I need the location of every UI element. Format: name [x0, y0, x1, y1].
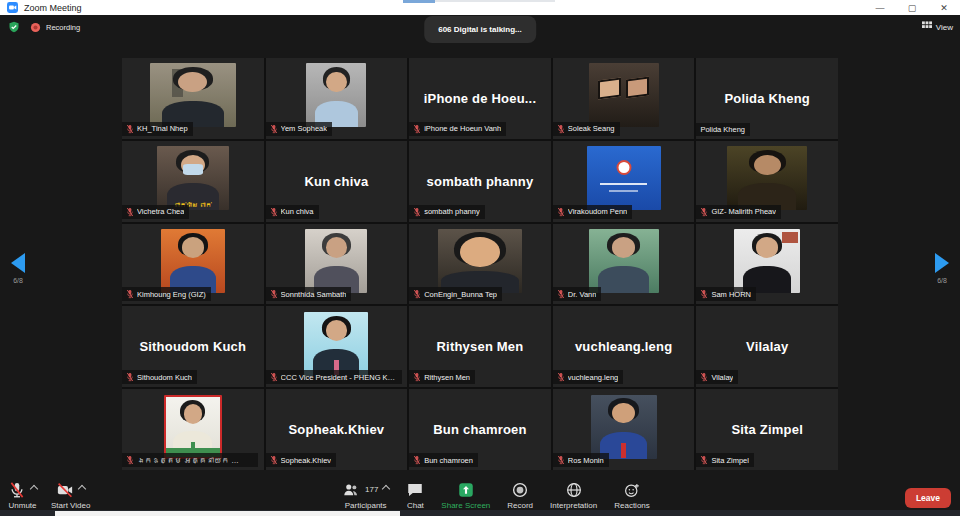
- participant-tile[interactable]: vuchleang.lengvuchleang.leng: [553, 306, 695, 387]
- participant-tile[interactable]: Sopheak.KhievSopheak.Khiev: [266, 389, 408, 470]
- chevron-up-icon[interactable]: [78, 485, 86, 493]
- participant-name-label: Vilalay: [696, 370, 738, 384]
- participant-name-label: Virakoudom Penn: [553, 205, 632, 219]
- toolbar-button-reactions[interactable]: Reactions: [614, 481, 650, 510]
- taskbar-edge: [0, 510, 960, 516]
- participant-tile[interactable]: Rithysen MenRithysen Men: [409, 306, 551, 387]
- participant-name-text: Sonnthida Sambath: [281, 290, 347, 299]
- participant-name-text: Kimhoung Eng (GIZ): [137, 290, 206, 299]
- window-title: Zoom Meeting: [24, 3, 82, 13]
- participant-video-thumbnail: [438, 229, 522, 293]
- participant-tile[interactable]: iPhone de Hoeu...iPhone de Hoeun Vanh: [409, 58, 551, 139]
- participant-tile[interactable]: Virakoudom Penn: [553, 141, 695, 222]
- toolbar-button-main: [406, 481, 424, 499]
- minimize-button[interactable]: —: [864, 0, 896, 15]
- participant-tile[interactable]: Sonnthida Sambath: [266, 224, 408, 305]
- muted-mic-icon: [270, 372, 278, 382]
- page-indicator-right: 6/8: [937, 277, 947, 284]
- participant-name-text: iPhone de Hoeun Vanh: [424, 124, 501, 133]
- person-head-shape: [612, 237, 636, 257]
- participant-tile[interactable]: Polida KhengPolida Kheng: [696, 58, 838, 139]
- participant-name-label: Ros Monin: [553, 453, 609, 467]
- participant-tile[interactable]: ពាក់ម៉ាស ពាក់Vichetra Chea: [122, 141, 264, 222]
- toolbar-label-reactions: Reactions: [614, 501, 650, 510]
- person-body-shape: [598, 266, 648, 293]
- participant-tile[interactable]: Ros Monin: [553, 389, 695, 470]
- participant-video-thumbnail: [164, 395, 222, 459]
- participant-video-thumbnail: [305, 229, 367, 293]
- participant-tile[interactable]: Kun chivaKun chiva: [266, 141, 408, 222]
- slide-text-line: [609, 190, 639, 192]
- participant-video-thumbnail: ពាក់ម៉ាស ពាក់: [157, 146, 229, 210]
- participant-name-text: ConEngin_Bunna Tep: [424, 290, 497, 299]
- participant-tile[interactable]: Sam HORN: [696, 224, 838, 305]
- toolbar-button-record[interactable]: Record: [507, 481, 533, 510]
- muted-mic-icon: [413, 372, 421, 382]
- muted-mic-icon: [126, 289, 134, 299]
- participant-tile[interactable]: GIZ- Malirith Pheav: [696, 141, 838, 222]
- participant-tile[interactable]: Sithoudom KuchSithoudom Kuch: [122, 306, 264, 387]
- previous-page-arrow-icon[interactable]: [11, 253, 25, 273]
- participant-tile[interactable]: sombath phannysombath phanny: [409, 141, 551, 222]
- share-icon: [457, 481, 475, 499]
- participant-tile[interactable]: Bun chamroenBun chamroen: [409, 389, 551, 470]
- muted-mic-icon: [557, 289, 565, 299]
- participant-tile[interactable]: CCC Vice President - PHENG KOU...: [266, 306, 408, 387]
- smiley-icon: [623, 481, 641, 499]
- participant-name-label: Yem Sopheak: [266, 122, 332, 136]
- participant-tile[interactable]: VilalayVilalay: [696, 306, 838, 387]
- participant-video-thumbnail: [306, 63, 366, 127]
- close-button[interactable]: ✕: [928, 0, 960, 15]
- muted-mic-icon: [700, 289, 708, 299]
- maximize-button[interactable]: ▢: [896, 0, 928, 15]
- participant-name-label: Sita Zimpel: [696, 453, 754, 467]
- person-head-shape: [612, 403, 634, 423]
- security-shield-icon[interactable]: [8, 21, 20, 33]
- participant-tile[interactable]: ConEngin_Bunna Tep: [409, 224, 551, 305]
- participant-name-label: iPhone de Hoeun Vanh: [409, 122, 506, 136]
- toolbar-button-main: [56, 481, 85, 499]
- participant-tile[interactable]: KH_Tinal Nhep: [122, 58, 264, 139]
- toolbar-button-interpretation[interactable]: Interpretation: [550, 481, 597, 510]
- participant-name-text: Sithoudom Kuch: [137, 373, 192, 382]
- toolbar-button-unmute[interactable]: Unmute: [8, 481, 37, 510]
- participant-name-text: Kun chiva: [281, 207, 314, 216]
- view-button[interactable]: View: [922, 21, 953, 33]
- muted-mic-icon: [557, 372, 565, 382]
- toolbar-button-main: [8, 481, 37, 499]
- participant-tile[interactable]: Kimhoung Eng (GIZ): [122, 224, 264, 305]
- muted-mic-icon: [557, 455, 565, 465]
- participant-tile[interactable]: Sita ZimpelSita Zimpel: [696, 389, 838, 470]
- toolbar-button-start-video[interactable]: Start Video: [51, 481, 90, 510]
- toolbar-label-participants: Participants: [345, 501, 387, 510]
- participant-name-text: Ros Monin: [568, 456, 604, 465]
- toolbar-button-chat[interactable]: Chat: [406, 481, 424, 510]
- participant-tile[interactable]: Soleak Seang: [553, 58, 695, 139]
- next-page-control[interactable]: 6/8: [935, 253, 949, 284]
- previous-page-control[interactable]: 6/8: [11, 253, 25, 284]
- next-page-arrow-icon[interactable]: [935, 253, 949, 273]
- participant-name-text: Soleak Seang: [568, 124, 615, 133]
- participant-name-label: Bun chamroen: [409, 453, 478, 467]
- chevron-up-icon[interactable]: [30, 485, 38, 493]
- toolbar-button-participants[interactable]: 177Participants: [342, 481, 389, 510]
- muted-mic-icon: [270, 207, 278, 217]
- participant-name-text: ឯកឧត្តម អគ្គនាយក ក្រុមហ៊ុនធាគ...: [137, 456, 253, 465]
- zoom-app-icon: [7, 2, 18, 13]
- mic-off-icon: [8, 481, 26, 499]
- participant-display-name: Polida Kheng: [720, 91, 813, 106]
- participant-grid: KH_Tinal NhepYem SopheakiPhone de Hoeu..…: [122, 58, 838, 470]
- person-head-shape: [326, 320, 348, 340]
- toolbar-button-share-screen[interactable]: Share Screen: [441, 481, 490, 510]
- participant-video-thumbnail: [591, 395, 657, 459]
- chevron-up-icon[interactable]: [382, 485, 390, 493]
- muted-mic-icon: [270, 455, 278, 465]
- participant-name-text: Polida Kheng: [700, 125, 745, 134]
- participant-video-thumbnail: [161, 229, 225, 293]
- participant-tile[interactable]: Dr. Vann: [553, 224, 695, 305]
- participant-tile[interactable]: Yem Sopheak: [266, 58, 408, 139]
- picture-frame-shape: [626, 77, 649, 99]
- toolbar-button-main: [623, 481, 641, 499]
- leave-button[interactable]: Leave: [905, 488, 951, 508]
- participant-tile[interactable]: ឯកឧត្តម អគ្គនាយក ក្រុមហ៊ុនធាគ...: [122, 389, 264, 470]
